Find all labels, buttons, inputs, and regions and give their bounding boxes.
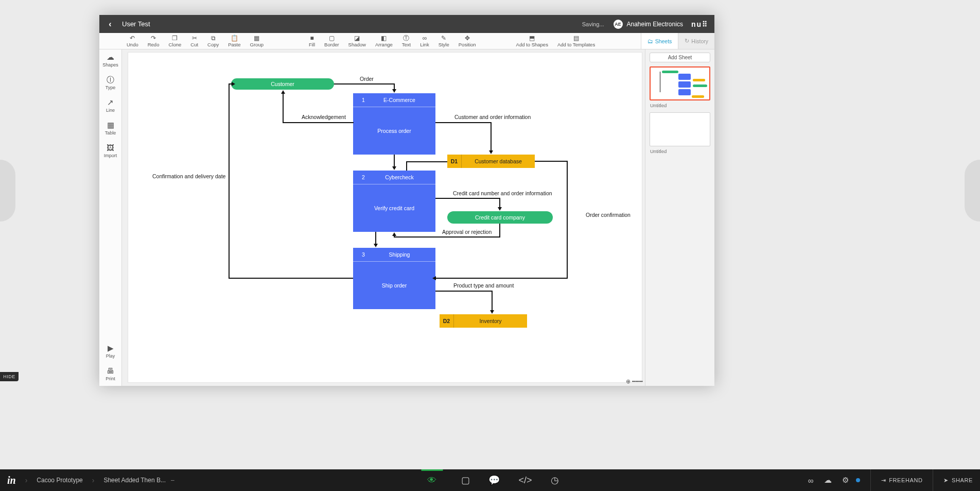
fill-button[interactable]: ■Fill	[304, 33, 320, 49]
sidebar-shapes[interactable]: ☁Shapes	[99, 49, 121, 72]
connector	[406, 161, 407, 171]
document-title: User Test	[122, 20, 150, 28]
mode-comment[interactable]: 💬	[488, 475, 500, 486]
sheets-icon: 🗂	[647, 38, 653, 44]
canvas-wrap[interactable]: Customer Order 1E-Commerce Process order…	[122, 49, 645, 386]
breadcrumb-screen[interactable]: Sheet Added Then B...	[103, 477, 166, 484]
connector	[492, 291, 493, 311]
table-icon: ▦	[107, 121, 114, 130]
shape-shipping[interactable]: 3Shipping Ship order	[353, 248, 435, 309]
group-button[interactable]: ▦Group	[246, 33, 268, 49]
shape-customer-database[interactable]: D1 Customer database	[447, 155, 535, 168]
undo-button[interactable]: ↶Undo	[122, 33, 143, 49]
tab-sheets[interactable]: 🗂Sheets	[641, 33, 678, 49]
connector	[283, 94, 284, 123]
tab-history[interactable]: ↻History	[678, 33, 714, 49]
share-link-icon[interactable]: ∞	[808, 476, 814, 485]
user-avatar[interactable]: AE	[614, 20, 623, 29]
paste-button[interactable]: 📋Paste	[223, 33, 245, 49]
add-to-shapes-button[interactable]: ⬒Add to Shapes	[512, 33, 553, 49]
history-icon: ↻	[685, 38, 689, 44]
breadcrumb-project[interactable]: Cacoo Prototype	[37, 477, 82, 484]
toolbar: ↶Undo ↷Redo ❐Clone ✂Cut ⧉Copy 📋Paste ▦Gr…	[99, 33, 714, 49]
arrowhead-icon	[432, 276, 436, 280]
shape-cybercheck[interactable]: 2Cybercheck Verify credit card	[353, 171, 435, 232]
label-conf-delivery: Confirmation and delivery date	[152, 173, 225, 179]
user-name[interactable]: Anaheim Electronics	[627, 21, 683, 28]
invision-mode-switcher: 👁 ▢ 💬 </> ◷	[421, 469, 558, 491]
shape-credit-card-company[interactable]: Credit card company	[447, 211, 553, 224]
connector	[229, 83, 230, 278]
right-panel-tabs: 🗂Sheets ↻History	[641, 33, 714, 49]
invision-logo[interactable]: in	[7, 475, 16, 486]
redo-button[interactable]: ↷Redo	[143, 33, 164, 49]
mode-history[interactable]: ◷	[551, 475, 559, 486]
clone-button[interactable]: ❐Clone	[164, 33, 186, 49]
play-icon: ▶	[108, 344, 114, 353]
link-button[interactable]: ∞Link	[415, 33, 433, 49]
body-ship-order: Ship order	[353, 262, 435, 309]
sidebar-play[interactable]: ▶Play	[99, 341, 121, 363]
cut-button[interactable]: ✂Cut	[186, 33, 203, 49]
body-process-order: Process order	[353, 107, 435, 155]
canvas[interactable]: Customer Order 1E-Commerce Process order…	[128, 53, 642, 382]
arrowhead-icon	[490, 310, 494, 314]
d1-id: D1	[447, 155, 462, 168]
sheet-thumbnail-2[interactable]	[650, 112, 710, 146]
copy-button[interactable]: ⧉Copy	[203, 33, 223, 49]
mode-preview[interactable]: 👁	[421, 469, 443, 491]
body-verify: Verify credit card	[353, 184, 435, 232]
prototype-next-screen[interactable]	[965, 160, 980, 222]
shape-customer[interactable]: Customer	[231, 78, 334, 90]
style-button[interactable]: ✎Style	[434, 33, 454, 49]
sheet-2-title[interactable]: Untitled	[650, 148, 710, 154]
arrange-button[interactable]: ◧Arrange	[371, 33, 397, 49]
sidebar-line[interactable]: ↗Line	[99, 95, 121, 117]
connector	[229, 278, 353, 279]
label-ack: Acknowledgement	[302, 114, 346, 120]
label-order: Order	[360, 76, 374, 82]
sheet-1-title[interactable]: Untitled	[650, 103, 710, 108]
dash: –	[171, 477, 174, 484]
position-button[interactable]: ✥Position	[454, 33, 481, 49]
sheet-thumbnail-1[interactable]	[650, 66, 710, 100]
add-sheet-button[interactable]: Add Sheet	[650, 53, 710, 62]
shadow-button[interactable]: ◪Shadow	[344, 33, 371, 49]
line-icon: ↗	[107, 98, 114, 107]
name-ecommerce: E-Commerce	[369, 97, 430, 103]
settings-icon[interactable]: ⚙	[842, 476, 849, 485]
connector	[435, 291, 492, 292]
cloud-icon[interactable]: ☁	[824, 476, 832, 485]
arrowhead-icon	[281, 90, 285, 94]
border-button[interactable]: ▢Border	[320, 33, 344, 49]
shape-ecommerce[interactable]: 1E-Commerce Process order	[353, 93, 435, 155]
label-cust-order-info: Customer and order information	[454, 114, 531, 120]
cacoo-app-window: ‹ User Test Saving... AE Anaheim Electro…	[99, 15, 714, 386]
mode-inspect[interactable]: </>	[518, 475, 532, 486]
connector	[491, 122, 492, 151]
connector	[406, 161, 447, 162]
arrowhead-icon	[232, 82, 235, 86]
arrowhead-icon	[392, 166, 396, 170]
nulab-logo: nu⠿	[691, 20, 708, 28]
hide-tab[interactable]: HIDE	[0, 372, 19, 381]
mode-build[interactable]: ▢	[461, 475, 470, 486]
num-2: 2	[358, 174, 369, 180]
sidebar-import[interactable]: 🖼Import	[99, 140, 121, 163]
prototype-prev-screen[interactable]	[0, 160, 15, 222]
shapes-icon: ☁	[107, 53, 114, 62]
shape-inventory[interactable]: D2 Inventory	[440, 314, 527, 328]
sidebar-print[interactable]: 🖶Print	[99, 363, 121, 386]
freehand-button[interactable]: ⇥FREEHAND	[870, 469, 923, 491]
add-to-templates-button[interactable]: ▤Add to Templates	[553, 33, 600, 49]
app-header: ‹ User Test Saving... AE Anaheim Electro…	[99, 15, 714, 33]
sidebar-type[interactable]: ⒾType	[99, 72, 121, 95]
sidebar-table[interactable]: ▦Table	[99, 117, 121, 140]
connector	[394, 155, 395, 167]
back-button[interactable]: ‹	[106, 20, 115, 29]
share-button[interactable]: ➤SHARE	[933, 469, 973, 491]
text-button[interactable]: ⓉText	[397, 33, 415, 49]
zoom-controls[interactable]: ⊕ ━━━	[573, 377, 645, 386]
connector	[394, 236, 395, 238]
connector	[499, 198, 500, 208]
